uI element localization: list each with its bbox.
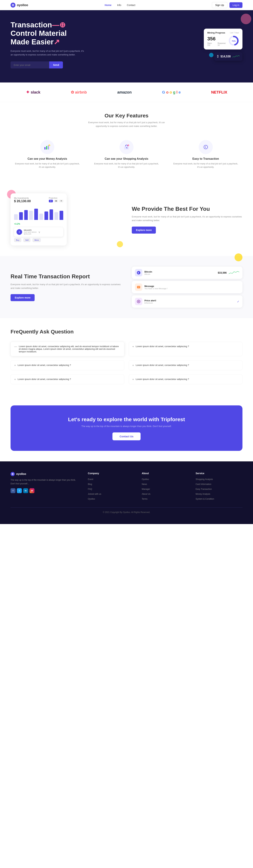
transaction-message: Message You have 2 new Message ! — [132, 281, 243, 293]
faq-item-4[interactable]: + Lorem ipsum dolor sit amet, consectetu… — [129, 361, 243, 370]
faq-q3-text: Lorem ipsum dolor sit amet, consectetur … — [18, 364, 71, 366]
logo-icon — [10, 3, 16, 7]
footer: oyolloo The way up to the top of the mou… — [0, 461, 253, 524]
cta-title: Let's ready to explore the world with Tr… — [21, 416, 232, 423]
feature-shopping-analysis: % Can see your Shopping Analysis Everyon… — [90, 136, 163, 172]
footer-link-manager[interactable]: Manager — [142, 487, 189, 491]
inv-period: D M Y — [49, 200, 63, 203]
faq-item-3[interactable]: + Lorem ipsum dolor sit amet, consectetu… — [10, 361, 124, 370]
faq-grid: — Lorem ipsum dolor sit amet, consectetu… — [10, 342, 243, 384]
footer-link-faq[interactable]: FAQ — [88, 487, 135, 491]
bitcoin-amount: $33,586 — [218, 271, 227, 274]
svg-rect-17 — [137, 286, 140, 288]
message-icon — [135, 283, 142, 291]
bar-4 — [29, 211, 33, 220]
send-button[interactable]: Send — [49, 61, 63, 68]
twitter-button[interactable]: t — [17, 488, 22, 493]
nav-actions: Sign Up Log in — [212, 2, 243, 8]
faq-q5-text: Lorem ipsum dolor sit amet, consectetur … — [18, 378, 71, 380]
more-button[interactable]: More — [32, 238, 41, 242]
email-input[interactable] — [10, 61, 49, 68]
footer-service: Service Shopping Analysis Card Informati… — [196, 472, 243, 500]
realtime-left: Real Time Transaction Report Everyone mu… — [10, 273, 121, 301]
realtime-wrapper: Real Time Transaction Report Everyone mu… — [0, 256, 253, 318]
footer-link-oyolloo-about[interactable]: Oyolloo — [142, 477, 189, 481]
footer-link-joined[interactable]: Joined with us — [88, 492, 135, 495]
notif-user: bitcoin01 — [24, 229, 36, 231]
bar-7 — [45, 212, 48, 220]
footer-link-news[interactable]: News — [142, 483, 189, 486]
footer-link-oyolloo[interactable]: Oyolloo — [88, 497, 135, 500]
footer-brand: oyolloo The way up to the top of the mou… — [10, 472, 81, 500]
hero-form: Send — [10, 61, 84, 68]
faq-question-5: + Lorem ipsum dolor sit amet, consectetu… — [14, 378, 121, 381]
period-m[interactable]: M — [54, 200, 58, 203]
provide-explore-button[interactable]: Explore more — [132, 226, 156, 234]
footer-link-money[interactable]: Money Analysis — [196, 492, 243, 495]
faq-item-1[interactable]: — Lorem ipsum dolor sit amet, consectetu… — [10, 342, 124, 356]
notif-info: bitcoin01 Just went above $246,025 — [24, 229, 36, 235]
faq-item-2[interactable]: + Lorem ipsum dolor sit amet, consectetu… — [129, 342, 243, 356]
faq-question-6: + Lorem ipsum dolor sit amet, consectetu… — [132, 378, 239, 381]
faq-q2-text: Lorem ipsum dolor sit amet, consectetur … — [136, 345, 189, 348]
footer-link-blog[interactable]: Blog — [88, 483, 135, 486]
features-section: Our Key Features Everyone must work, but… — [0, 102, 253, 183]
brand-netflix: NETFLIX — [211, 90, 227, 95]
bitcoin-chart — [229, 270, 239, 275]
realtime-desc: Everyone must work, but for many of us t… — [10, 283, 121, 290]
login-button[interactable]: Log in — [229, 2, 243, 8]
realtime-explore-button[interactable]: Explore more — [10, 294, 35, 301]
mining-stats: Open: 112 Response: 14 — [207, 42, 228, 46]
brand-slack: ✦ slack — [26, 90, 40, 95]
contact-button[interactable]: Contact Us — [112, 432, 140, 440]
provide-title: We Provide The Best For You — [132, 206, 243, 212]
feature-money-title: Can see your Money Analysis — [14, 157, 81, 160]
feature-transaction-title: Easy to Transaction — [172, 157, 239, 160]
faq-item-6[interactable]: + Lorem ipsum dolor sit amet, consectetu… — [129, 374, 243, 384]
footer-link-about-us[interactable]: About Us — [142, 492, 189, 495]
footer-about-links: Oyolloo News Manager About Us Terms — [142, 477, 189, 500]
footer-link-easy-transaction[interactable]: Easy Transaction — [196, 487, 243, 491]
alert-name: Price alert! — [144, 299, 235, 302]
alert-info: Price alert! Ethereum — [144, 299, 235, 304]
brands-section: ✦ slack ✿ airbnb amazon Google NETFLIX — [0, 83, 253, 102]
faq-item-5[interactable]: + Lorem ipsum dolor sit amet, consectetu… — [10, 374, 124, 384]
donut-chart: 71% — [228, 35, 239, 47]
bitcoin-icon: ₿ — [135, 269, 142, 276]
nav-info[interactable]: Info — [117, 4, 121, 6]
message-info: Message You have 2 new Message ! — [144, 285, 239, 289]
footer-link-card[interactable]: Card Information — [196, 483, 243, 486]
footer-company-title: Company — [88, 472, 135, 475]
period-d[interactable]: D — [49, 200, 53, 203]
check-icon: ✓ — [237, 300, 239, 303]
features-desc: Everyone must work, but for many of us t… — [84, 121, 169, 128]
instagram-button[interactable]: ✿ — [30, 488, 34, 493]
feature-shopping-desc: Everyone must work, but for many of us t… — [93, 162, 160, 169]
faq-q4-text: Lorem ipsum dolor sit amet, consectetur … — [136, 364, 189, 366]
svg-point-1 — [12, 5, 13, 6]
footer-company-links: Event Blog FAQ Joined with us Oyolloo — [88, 477, 135, 500]
footer-link-event[interactable]: Event — [88, 477, 135, 481]
footer-about-title: About — [142, 472, 189, 475]
linkedin-button[interactable]: in — [23, 488, 28, 493]
faq-plus-icon-6: + — [132, 378, 134, 381]
nav-home[interactable]: Home — [105, 4, 112, 6]
svg-text:%: % — [126, 147, 128, 149]
period-y[interactable]: Y — [59, 200, 63, 203]
facebook-button[interactable]: f — [10, 488, 16, 493]
alert-sub: Ethereum — [144, 302, 235, 304]
signup-button[interactable]: Sign Up — [212, 2, 227, 8]
nav-contact[interactable]: Contact — [127, 4, 135, 6]
brand-amazon-label: amazon — [117, 90, 132, 95]
provide-yellow-blob — [117, 241, 123, 247]
message-sub: You have 2 new Message ! — [144, 287, 239, 289]
footer-about: About Oyolloo News Manager About Us Term… — [142, 472, 189, 500]
sell-button[interactable]: Sell — [23, 238, 30, 242]
footer-link-terms[interactable]: Terms — [142, 497, 189, 500]
hero-section: Transaction—⊕ Control Material Made Easi… — [0, 10, 253, 83]
footer-link-shopping[interactable]: Shopping Analysis — [196, 477, 243, 481]
footer-link-system[interactable]: System & Condition — [196, 497, 243, 500]
buy-button[interactable]: Buy — [14, 238, 21, 242]
hero-desc: Everyone must work, but for many of us t… — [10, 49, 84, 57]
footer-service-title: Service — [196, 472, 243, 475]
